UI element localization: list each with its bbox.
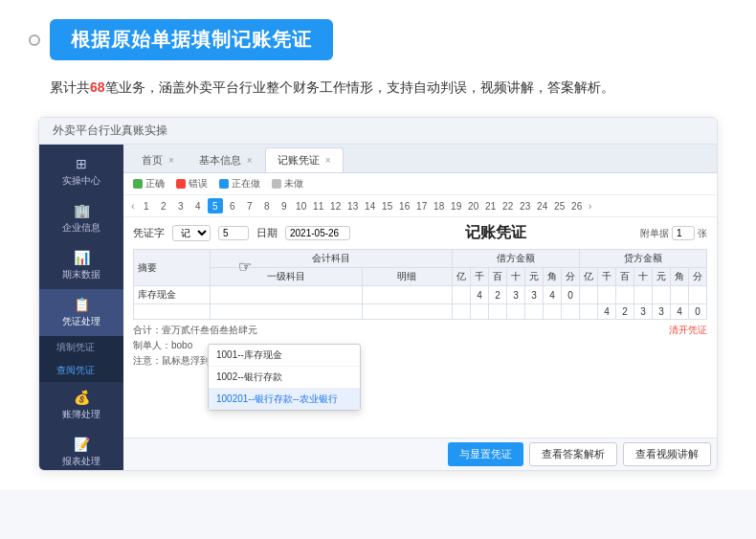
page-20[interactable]: 20 (466, 198, 481, 213)
voucher-type-select[interactable]: 记 (172, 225, 211, 241)
account-icon: 💰 (74, 390, 90, 405)
voucher-num-input[interactable] (218, 226, 249, 240)
voucher-icon: 📋 (74, 297, 90, 312)
subtitle: 累计共68笔业务，涵盖外卖平台行业整个财务工作情形，支持自动判误，视频讲解，答案… (29, 76, 727, 100)
sidebar-sub-view[interactable]: 查阅凭证 (39, 359, 123, 382)
subtitle-prefix: 累计共 (50, 79, 90, 95)
page-16[interactable]: 16 (397, 198, 412, 213)
window-titlebar: 外卖平台行业真账实操 (39, 118, 717, 145)
th-detail: 明细 (362, 268, 452, 286)
legend-correct-label: 正确 (145, 177, 165, 191)
attach-num-input[interactable] (672, 226, 695, 240)
btn-view-answer[interactable]: 查看答案解析 (529, 442, 617, 466)
page-18[interactable]: 18 (432, 198, 447, 213)
circle-dot (29, 34, 40, 46)
page-6[interactable]: 6 (225, 198, 240, 213)
page-prev[interactable]: ‹ (129, 200, 137, 212)
tab-home-close[interactable]: × (168, 155, 174, 166)
tab-home[interactable]: 首页 × (129, 147, 187, 172)
row2-d6 (544, 304, 562, 320)
row1-c6 (671, 286, 689, 304)
row1-d4: 3 (507, 286, 525, 304)
attach-unit: 张 (698, 227, 707, 240)
legend-todo: 未做 (272, 177, 303, 191)
row2-c3: 2 (616, 304, 634, 320)
page-15[interactable]: 15 (380, 198, 395, 213)
page-24[interactable]: 24 (535, 198, 550, 213)
sidebar-label-report: 报表处理 (62, 455, 100, 468)
page-11[interactable]: 11 (311, 198, 326, 213)
page-26[interactable]: 26 (569, 198, 585, 213)
page-8[interactable]: 8 (259, 198, 275, 213)
subtitle-highlight: 68 (90, 79, 105, 95)
dropdown-item-1001[interactable]: 1001--库存现金 (209, 345, 360, 367)
page-1[interactable]: 1 (139, 198, 154, 213)
clear-voucher-btn[interactable]: 清开凭证 (669, 324, 707, 337)
dropdown-overlay: 1001--库存现金 1002--银行存款 100201--银行存款--农业银行 (208, 344, 361, 411)
shicao-icon: ⊞ (76, 156, 87, 171)
th-c-yuan: 元 (653, 268, 671, 286)
page-19[interactable]: 19 (449, 198, 464, 213)
row1-d1 (453, 286, 471, 304)
page-14[interactable]: 14 (363, 198, 378, 213)
tab-basic[interactable]: 基本信息 × (187, 147, 265, 172)
page-17[interactable]: 17 (414, 198, 430, 213)
row1-summary: 库存现金 (134, 286, 211, 304)
dropdown-item-100201[interactable]: 100201--银行存款--农业银行 (209, 389, 360, 410)
row2-d3 (489, 304, 507, 320)
page-21[interactable]: 21 (483, 198, 499, 213)
th-credit: 贷方金额 (580, 250, 707, 268)
enterprise-icon: 🏢 (74, 203, 90, 218)
page-4[interactable]: 4 (190, 198, 206, 213)
dropdown-item-1002[interactable]: 1002--银行存款 (209, 367, 360, 389)
date-input[interactable] (285, 226, 350, 240)
row1-c1 (580, 286, 598, 304)
tab-voucher-label: 记账凭证 (278, 153, 320, 168)
attach-label: 附单据 (640, 227, 669, 240)
sidebar-item-enterprise[interactable]: 🏢 企业信息 (39, 195, 123, 242)
th-c-yi: 亿 (580, 268, 598, 286)
legend-error-dot (176, 179, 186, 189)
sidebar-item-data[interactable]: 📊 期末数据 (39, 242, 123, 289)
page-9[interactable]: 9 (277, 198, 292, 213)
row1-d3: 2 (489, 286, 507, 304)
row1-d5: 3 (525, 286, 544, 304)
legend-todo-dot (272, 179, 281, 189)
th-d-qian: 千 (471, 268, 489, 286)
sidebar-item-shicaocenter[interactable]: ⊞ 实操中心 (39, 148, 123, 195)
tab-voucher[interactable]: 记账凭证 × (265, 147, 344, 172)
legend-error: 错误 (176, 177, 208, 191)
page-2[interactable]: 2 (156, 198, 171, 213)
sidebar-sub-fill[interactable]: 填制凭证 (39, 336, 123, 359)
page-3[interactable]: 3 (173, 198, 189, 213)
sidebar-label-data: 期末数据 (62, 268, 100, 281)
tab-basic-close[interactable]: × (247, 155, 253, 166)
page-5[interactable]: 5 (208, 198, 223, 213)
btn-view-video[interactable]: 查看视频讲解 (623, 442, 711, 466)
row1-d6: 4 (544, 286, 562, 304)
page-13[interactable]: 13 (345, 198, 361, 213)
page-12[interactable]: 12 (328, 198, 344, 213)
sidebar-item-account[interactable]: 💰 账簿处理 (39, 382, 123, 429)
tab-home-label: 首页 (142, 153, 163, 168)
row1-c7 (689, 286, 707, 304)
btn-display-voucher[interactable]: 与显置凭证 (448, 442, 523, 466)
sidebar-item-voucher[interactable]: 📋 凭证处理 (39, 289, 123, 336)
tab-bar: 首页 × 基本信息 × 记账凭证 × (123, 145, 717, 173)
row2-c6: 4 (671, 304, 689, 320)
tab-voucher-close[interactable]: × (325, 155, 331, 166)
voucher-area: ☞ 凭证字 记 日期 记账凭证 附单据 (123, 217, 717, 438)
voucher-type-label: 凭证字 (133, 226, 165, 240)
legend-error-label: 错误 (189, 177, 208, 191)
page-7[interactable]: 7 (242, 198, 257, 213)
sidebar-label-account: 账簿处理 (62, 408, 100, 421)
th-c-bai: 百 (616, 268, 634, 286)
page-10[interactable]: 10 (294, 198, 309, 213)
page-22[interactable]: 22 (500, 198, 516, 213)
page-next[interactable]: › (587, 200, 594, 212)
header-section: 根据原始单据填制记账凭证 (29, 19, 727, 60)
voucher-title: 记账凭证 (358, 223, 633, 243)
sidebar-item-report[interactable]: 📝 报表处理 (39, 429, 123, 471)
page-23[interactable]: 23 (518, 198, 533, 213)
page-25[interactable]: 25 (552, 198, 567, 213)
